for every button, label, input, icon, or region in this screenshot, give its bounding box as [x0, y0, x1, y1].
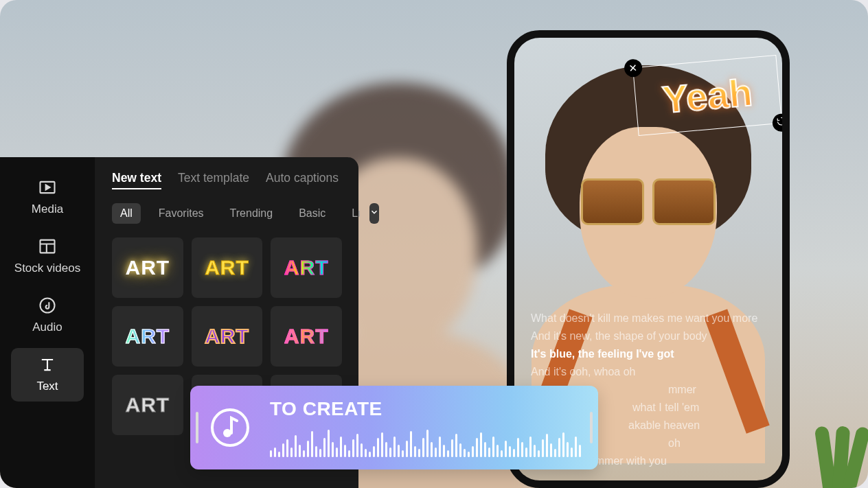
- audio-clip-bar[interactable]: TO CREATE: [190, 386, 598, 469]
- audio-waveform: [270, 426, 581, 457]
- sidebar-item-label: Stock videos: [14, 262, 80, 275]
- text-preset[interactable]: ART: [112, 375, 183, 435]
- text-preset[interactable]: ART: [271, 306, 342, 367]
- text-preset[interactable]: ART: [271, 237, 342, 298]
- sidebar-item-label: Text: [36, 380, 58, 393]
- text-preset[interactable]: ART: [112, 306, 183, 367]
- svg-rect-1: [41, 240, 55, 253]
- lyric-line: And it's ooh, whoa oh: [531, 366, 766, 378]
- clip-trim-handle-left[interactable]: [196, 412, 198, 443]
- sidebar-item-label: Media: [32, 202, 63, 216]
- audio-icon: [38, 296, 57, 315]
- rotate-icon: [776, 116, 787, 129]
- text-preset[interactable]: ART: [112, 237, 183, 298]
- sidebar-item-text[interactable]: Text: [11, 348, 84, 402]
- text-filter-row: All Favorites Trending Basic Lu: [112, 203, 342, 224]
- filter-all[interactable]: All: [112, 203, 141, 224]
- text-sticker[interactable]: ✕ Yeah: [632, 55, 782, 136]
- tab-text-template[interactable]: Text template: [178, 171, 249, 189]
- lyric-line: What doesn't kill me makes me want you m…: [531, 312, 766, 325]
- sticker-text: Yeah: [633, 56, 781, 137]
- sidebar-item-stock-videos[interactable]: Stock videos: [11, 230, 84, 283]
- clip-trim-handle-right[interactable]: [590, 412, 593, 443]
- text-preset[interactable]: ART: [192, 237, 263, 298]
- music-disc-icon: [208, 406, 252, 450]
- decorative-plant: [792, 385, 868, 488]
- editor-canvas: Media Stock videos Audio Text New text T…: [0, 0, 868, 488]
- filter-favorites[interactable]: Favorites: [150, 203, 212, 224]
- filters-more-button[interactable]: [369, 203, 379, 224]
- layout-icon: [38, 237, 57, 256]
- text-preset[interactable]: ART: [192, 306, 263, 367]
- tab-auto-captions[interactable]: Auto captions: [266, 171, 339, 189]
- sidebar-item-label: Audio: [32, 321, 62, 334]
- sidebar-item-audio[interactable]: Audio: [11, 289, 84, 342]
- filter-trending[interactable]: Trending: [222, 203, 282, 224]
- tool-sidebar: Media Stock videos Audio Text: [0, 157, 95, 488]
- media-icon: [38, 178, 57, 197]
- sidebar-item-media[interactable]: Media: [11, 171, 84, 224]
- filter-overflow[interactable]: Lu: [343, 203, 360, 224]
- filter-basic[interactable]: Basic: [290, 203, 334, 224]
- sticker-rotate-handle[interactable]: [772, 113, 790, 132]
- text-panel-tabs: New text Text template Auto captions: [112, 171, 342, 189]
- text-icon: [38, 355, 57, 374]
- tab-new-text[interactable]: New text: [112, 171, 161, 189]
- chevron-down-icon: [369, 207, 379, 220]
- lyric-line: And it's new, the shape of your body: [531, 330, 766, 342]
- lyric-line-current: It's blue, the feeling I've got: [531, 348, 766, 360]
- audio-clip-title: TO CREATE: [270, 398, 581, 420]
